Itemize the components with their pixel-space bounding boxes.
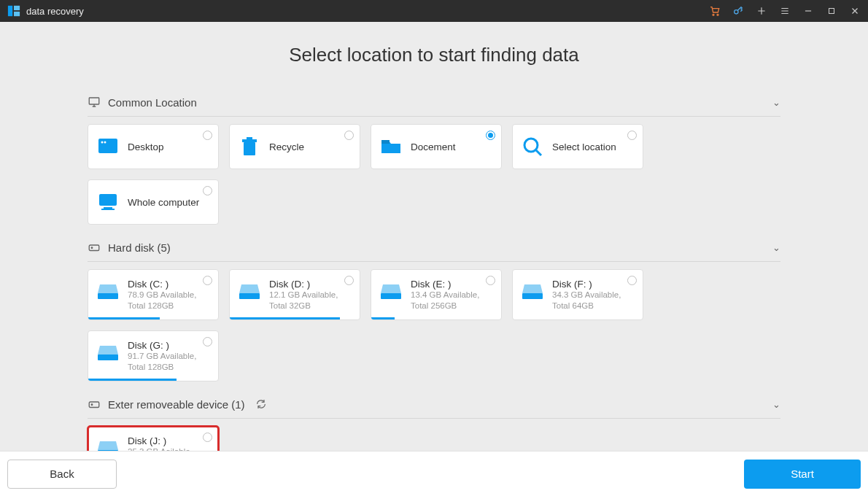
svg-point-27: [91, 404, 93, 406]
search-icon: [520, 134, 545, 159]
refresh-icon[interactable]: [255, 398, 267, 410]
footer: Back Start: [0, 451, 868, 496]
minimize-icon[interactable]: [802, 5, 814, 17]
monitor-outline-icon: [88, 96, 101, 109]
svg-rect-11: [244, 142, 255, 155]
cards-common: Desktop Recycle Docement Select location…: [88, 117, 780, 230]
card-disk-d[interactable]: Disk (D: )12.1 GB Available, Total 32GB: [229, 269, 360, 320]
svg-rect-14: [381, 140, 390, 144]
card-title: Disk (C: ): [128, 279, 211, 290]
card-disk-f[interactable]: Disk (F: )34.3 GB Available, Total 64GB: [512, 269, 643, 320]
svg-rect-2: [14, 12, 20, 16]
svg-rect-25: [98, 354, 118, 360]
radio-unchecked[interactable]: [627, 131, 637, 140]
drive-outline-icon: [88, 398, 101, 411]
app-logo-icon: [7, 4, 20, 18]
svg-point-10: [104, 142, 106, 144]
chevron-down-icon: ⌄: [772, 242, 780, 253]
svg-rect-23: [381, 293, 401, 299]
svg-rect-12: [242, 139, 257, 142]
usage-bar: [230, 317, 340, 319]
svg-point-15: [524, 139, 538, 152]
card-title: Docement: [411, 142, 456, 152]
close-icon[interactable]: [849, 5, 861, 17]
back-button[interactable]: Back: [7, 460, 117, 489]
svg-rect-0: [8, 6, 12, 16]
section-title-hdd: Hard disk (5): [108, 241, 171, 254]
cart-icon[interactable]: [709, 5, 721, 17]
radio-unchecked[interactable]: [203, 186, 212, 195]
card-title: Recycle: [269, 142, 304, 152]
card-desktop[interactable]: Desktop: [88, 124, 219, 169]
card-title: Disk (G: ): [128, 340, 211, 351]
radio-unchecked[interactable]: [203, 433, 212, 442]
card-disk-e[interactable]: Disk (E: )13.4 GB Available, Total 256GB: [371, 269, 502, 320]
content-area: Select location to start finding data Co…: [0, 22, 868, 451]
cards-hdd: Disk (C: )78.9 GB Available, Total 128GB…: [88, 262, 780, 387]
svg-rect-19: [89, 245, 99, 251]
svg-rect-24: [522, 293, 543, 299]
card-disk-j[interactable]: Disk (J: )25.3 GB Aailable, Total 256GB: [88, 426, 219, 451]
svg-rect-21: [98, 293, 118, 299]
drive-icon: [96, 340, 120, 365]
page-title: Select location to start finding data: [88, 44, 780, 66]
card-sub: 78.9 GB Available, Total 128GB: [128, 290, 211, 311]
section-title-common: Common Location: [108, 96, 197, 109]
svg-rect-6: [829, 9, 834, 14]
titlebar: data recovery: [0, 0, 868, 22]
radio-unchecked[interactable]: [344, 131, 354, 140]
cards-ext: Disk (J: )25.3 GB Aailable, Total 256GB: [88, 419, 780, 451]
section-header-ext[interactable]: Exter removeable device (1) ⌄: [88, 390, 780, 419]
plus-icon[interactable]: [756, 5, 767, 17]
usage-bar: [371, 317, 395, 319]
titlebar-right: [709, 5, 861, 17]
radio-unchecked[interactable]: [486, 276, 495, 285]
drive-icon: [237, 279, 262, 303]
card-disk-g[interactable]: Disk (G: )91.7 GB Available, Total 128GB: [88, 330, 219, 381]
card-title: Select location: [552, 142, 616, 152]
card-title: Disk (E: ): [411, 279, 494, 290]
usage-bar: [88, 379, 177, 381]
svg-rect-18: [101, 209, 115, 210]
chevron-down-icon: ⌄: [772, 399, 780, 410]
maximize-icon[interactable]: [826, 5, 837, 17]
hamburger-icon[interactable]: [779, 5, 791, 17]
radio-unchecked[interactable]: [203, 337, 212, 346]
drive-icon: [96, 435, 120, 451]
svg-point-3: [713, 14, 714, 15]
radio-unchecked[interactable]: [627, 276, 637, 285]
chevron-down-icon: ⌄: [772, 97, 780, 108]
svg-rect-26: [89, 402, 99, 408]
card-sub: 91.7 GB Available, Total 128GB: [128, 351, 211, 373]
section-header-common[interactable]: Common Location ⌄: [88, 88, 780, 117]
radio-unchecked[interactable]: [203, 131, 212, 140]
card-document[interactable]: Docement: [371, 124, 502, 169]
radio-unchecked[interactable]: [344, 276, 354, 285]
card-disk-c[interactable]: Disk (C: )78.9 GB Available, Total 128GB: [88, 269, 219, 320]
radio-checked[interactable]: [486, 131, 495, 140]
card-whole-computer[interactable]: Whole computer: [88, 179, 219, 225]
svg-point-20: [91, 247, 93, 249]
card-select-location[interactable]: Select location: [512, 124, 643, 169]
card-recycle[interactable]: Recycle: [229, 124, 360, 169]
svg-rect-22: [239, 293, 260, 299]
desktop-icon: [96, 134, 120, 159]
drive-icon: [96, 279, 120, 303]
drive-outline-icon: [88, 241, 101, 254]
section-header-hdd[interactable]: Hard disk (5) ⌄: [88, 233, 780, 262]
card-sub: 34.3 GB Available, Total 64GB: [552, 290, 635, 311]
svg-point-5: [735, 10, 738, 14]
card-sub: 13.4 GB Available, Total 256GB: [411, 290, 494, 311]
radio-unchecked[interactable]: [203, 276, 212, 285]
svg-rect-17: [104, 207, 112, 209]
computer-icon: [96, 190, 120, 214]
drive-icon: [379, 279, 403, 303]
start-button[interactable]: Start: [744, 460, 861, 489]
card-title: Desktop: [128, 142, 164, 152]
svg-point-9: [101, 142, 104, 144]
card-title: Whole computer: [128, 197, 199, 208]
svg-rect-7: [89, 98, 99, 104]
card-title: Disk (J: ): [128, 435, 211, 446]
svg-rect-13: [247, 137, 252, 139]
key-icon[interactable]: [732, 5, 744, 17]
